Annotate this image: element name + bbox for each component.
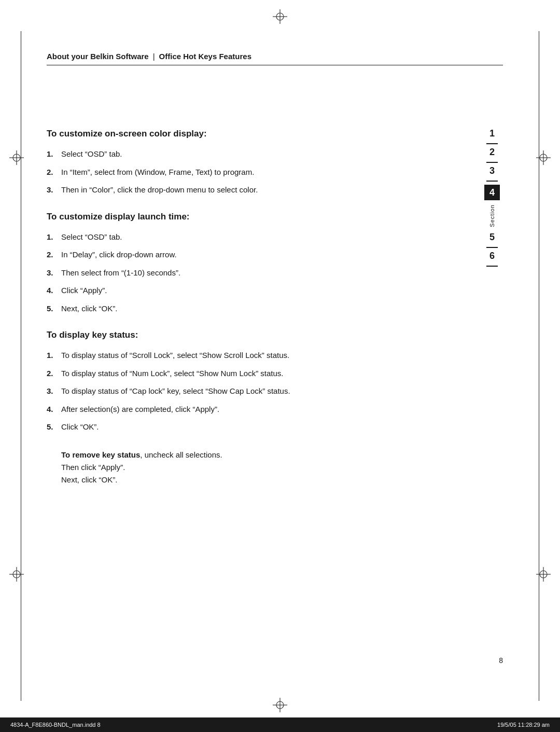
list-text: To display status of “Num Lock”, select … <box>61 368 472 380</box>
key-status-list: 1. To display status of “Scroll Lock”, s… <box>47 350 472 433</box>
list-item: 5. Next, click “OK”. <box>47 303 472 315</box>
list-text: Select “OSD” tab. <box>61 148 472 160</box>
list-number: 3. <box>47 184 61 196</box>
list-text: To display status of “Cap lock” key, sel… <box>61 385 472 397</box>
section-color-heading: To customize on-screen color display: <box>47 129 472 139</box>
nav-divider-6 <box>486 266 498 267</box>
list-item: 4. After selection(s) are completed, cli… <box>47 404 472 416</box>
nav-item-3: 3 <box>489 166 495 175</box>
crosshair-bottom-center <box>273 698 287 712</box>
list-number: 2. <box>47 167 61 178</box>
launch-time-list: 1. Select “OSD” tab. 2. In “Delay”, clic… <box>47 231 472 315</box>
list-number: 1. <box>47 350 61 362</box>
crosshair-right-lower <box>536 567 551 582</box>
list-number: 5. <box>47 303 61 315</box>
list-text: Next, click “OK”. <box>61 303 472 315</box>
remove-key-status-note: To remove key status, uncheck all select… <box>61 449 472 486</box>
list-text: Click “Apply”. <box>61 285 472 297</box>
page-container: About your Belkin Software | Office Hot … <box>0 0 560 732</box>
list-text: In “Item”, select from (Window, Frame, T… <box>61 167 472 178</box>
list-text: After selection(s) are completed, click … <box>61 404 472 416</box>
list-number: 2. <box>47 368 61 380</box>
crosshair-right-upper <box>536 150 551 165</box>
list-item: 1. Select “OSD” tab. <box>47 148 472 160</box>
nav-divider-2 <box>486 162 498 163</box>
header-title: Office Hot Keys Features <box>159 52 251 61</box>
nav-item-1: 1 <box>489 129 495 138</box>
header-separator: | <box>153 52 155 61</box>
nav-item-2: 2 <box>489 147 495 157</box>
list-item: 1. To display status of “Scroll Lock”, s… <box>47 350 472 362</box>
list-item: 3. Then select from “(1-10) seconds”. <box>47 267 472 279</box>
footer-bar: 4834-A_F8E860-BNDL_man.indd 8 19/5/05 11… <box>0 717 560 732</box>
list-item: 2. In “Delay”, click drop-down arrow. <box>47 249 472 261</box>
remove-key-bold: To remove key status <box>61 450 140 459</box>
crosshair-left-upper <box>9 150 24 165</box>
crosshair-left-lower <box>9 567 24 582</box>
border-left <box>21 31 21 701</box>
list-item: 2. To display status of “Num Lock”, sele… <box>47 368 472 380</box>
nav-divider-1 <box>486 143 498 144</box>
main-content: To customize on-screen color display: 1.… <box>47 129 472 486</box>
list-text: Then select from “(1-10) seconds”. <box>61 267 472 279</box>
list-item: 3. To display status of “Cap lock” key, … <box>47 385 472 397</box>
list-text: Click “OK”. <box>61 421 472 433</box>
list-text: Select “OSD” tab. <box>61 231 472 243</box>
nav-divider-3 <box>486 181 498 182</box>
list-number: 3. <box>47 267 61 279</box>
section-key-heading: To display key status: <box>47 330 472 340</box>
page-number: 8 <box>499 656 503 665</box>
list-number: 5. <box>47 421 61 433</box>
list-text: Then in “Color”, click the drop-down men… <box>61 184 472 196</box>
list-number: 2. <box>47 249 61 261</box>
section-launch-time: To customize display launch time: 1. Sel… <box>47 212 472 315</box>
header-brand: About your Belkin Software <box>47 52 149 61</box>
list-text: To display status of “Scroll Lock”, sele… <box>61 350 472 362</box>
color-display-list: 1. Select “OSD” tab. 2. In “Item”, selec… <box>47 148 472 196</box>
page-header: About your Belkin Software | Office Hot … <box>47 52 503 65</box>
content-area: About your Belkin Software | Office Hot … <box>47 52 503 690</box>
side-navigation: 1 2 3 4 Section 5 6 <box>481 129 503 270</box>
crosshair-top-center <box>273 9 287 24</box>
footer-right: 19/5/05 11:28:29 am <box>497 722 550 728</box>
section-launch-heading: To customize display launch time: <box>47 212 472 222</box>
nav-item-4-active: 4 <box>484 185 500 200</box>
nav-item-6: 6 <box>489 251 495 260</box>
border-right <box>539 31 539 701</box>
section-label: Section <box>489 204 495 227</box>
list-item: 3. Then in “Color”, click the drop-down … <box>47 184 472 196</box>
list-item: 5. Click “OK”. <box>47 421 472 433</box>
list-number: 4. <box>47 285 61 297</box>
list-item: 2. In “Item”, select from (Window, Frame… <box>47 167 472 178</box>
footer-left: 4834-A_F8E860-BNDL_man.indd 8 <box>10 722 101 728</box>
nav-item-5: 5 <box>489 232 495 242</box>
list-number: 1. <box>47 148 61 160</box>
section-color-display: To customize on-screen color display: 1.… <box>47 129 472 196</box>
list-number: 3. <box>47 385 61 397</box>
section-key-status: To display key status: 1. To display sta… <box>47 330 472 486</box>
list-item: 4. Click “Apply”. <box>47 285 472 297</box>
list-text: In “Delay”, click drop-down arrow. <box>61 249 472 261</box>
nav-divider-5 <box>486 247 498 248</box>
list-number: 1. <box>47 231 61 243</box>
list-number: 4. <box>47 404 61 416</box>
list-item: 1. Select “OSD” tab. <box>47 231 472 243</box>
